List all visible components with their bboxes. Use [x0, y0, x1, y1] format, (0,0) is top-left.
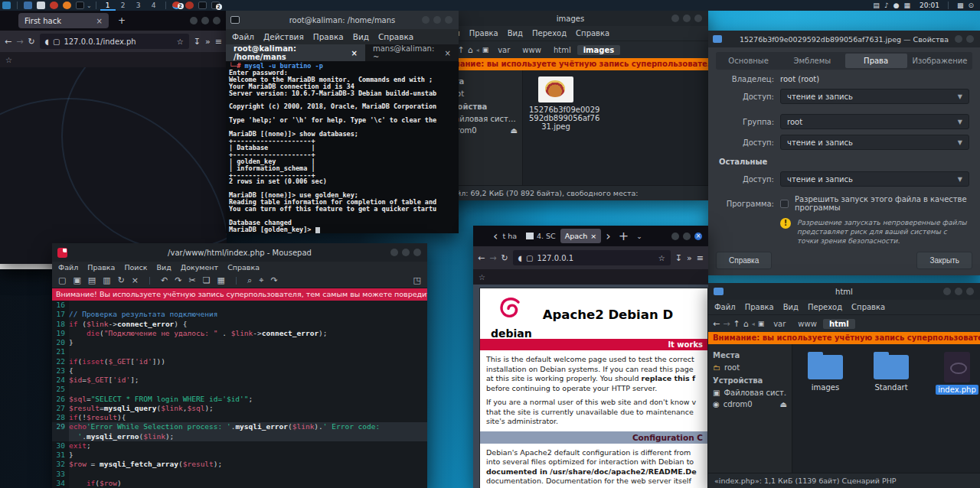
overflow-menu-icon[interactable]: »: [687, 253, 692, 263]
image-file-item[interactable]: 15276b3f09e0029 592db899056af76 31.jpeg: [529, 76, 583, 131]
group-access-select[interactable]: чтение и запись▼: [780, 135, 969, 150]
running-editor-icon[interactable]: 2: [211, 2, 220, 9]
back-button[interactable]: ←: [478, 253, 485, 263]
terminal-output[interactable]: └─# mysql -u buratino -pEnter password:W…: [226, 61, 459, 233]
close-button[interactable]: [445, 16, 452, 24]
workspace-3[interactable]: 3: [131, 0, 146, 11]
menu-item[interactable]: Справка: [576, 29, 609, 37]
bookmark-star-icon[interactable]: ☆: [658, 254, 665, 262]
reload-button[interactable]: ↻: [501, 253, 508, 263]
file-manager-icon[interactable]: [37, 2, 45, 9]
open-file-icon[interactable]: ▣: [73, 275, 80, 285]
tab-image[interactable]: Изображение: [909, 54, 971, 68]
menu-item[interactable]: Действия: [263, 32, 304, 41]
file-item-index-php[interactable]: index.php: [930, 350, 980, 395]
forward-icon[interactable]: →: [723, 319, 730, 329]
cut-icon[interactable]: ✂: [189, 275, 196, 285]
menu-item[interactable]: Справка: [227, 263, 260, 272]
menu-item[interactable]: Справка: [378, 32, 413, 41]
terminal-icon[interactable]: [76, 2, 84, 9]
menu-item[interactable]: Файл: [232, 32, 254, 41]
breadcrumb-item[interactable]: images: [577, 45, 621, 55]
menu-item[interactable]: Вид: [783, 303, 799, 311]
sidebar-item-cdrom[interactable]: ◉cdrom0⏏: [713, 399, 787, 410]
menu-item[interactable]: Переход: [808, 303, 842, 311]
breadcrumb-item[interactable]: www: [792, 319, 823, 329]
notifications-bell-icon[interactable]: ●: [893, 2, 900, 9]
eject-icon[interactable]: ⏏: [511, 126, 518, 135]
minimize-button[interactable]: [671, 233, 679, 240]
undo-icon[interactable]: ↶: [161, 275, 168, 285]
reload-button[interactable]: ↻: [28, 37, 34, 47]
reload-icon[interactable]: ↻: [118, 275, 125, 285]
menu-item[interactable]: Файл: [58, 263, 78, 272]
collapse-icon[interactable]: ◂: [476, 47, 479, 54]
save-as-icon[interactable]: ▥: [103, 275, 110, 285]
minimize-button[interactable]: [422, 16, 430, 24]
firefox-red-icon[interactable]: [50, 2, 58, 9]
menu-item[interactable]: Вид: [353, 32, 369, 41]
volume-icon[interactable]: ♪: [884, 2, 889, 9]
tab-permissions[interactable]: Права: [845, 54, 907, 68]
back-icon[interactable]: ←: [713, 319, 720, 329]
tab-apache[interactable]: Apach×: [560, 229, 602, 243]
close-tab-icon[interactable]: ×: [351, 49, 358, 57]
window-switcher-icon[interactable]: [24, 2, 32, 9]
tab-sql-tutorial[interactable]: 4. SC: [521, 229, 560, 243]
menu-item[interactable]: Файл: [714, 303, 736, 311]
eject-icon[interactable]: ⏏: [780, 400, 787, 408]
bookmark-star-icon[interactable]: ☆: [177, 37, 184, 46]
menu-item[interactable]: Правка: [745, 303, 774, 311]
others-access-select[interactable]: чтение и запись▼: [780, 171, 969, 187]
search-icon[interactable]: ⌕: [247, 275, 252, 285]
breadcrumb-item[interactable]: html: [547, 45, 577, 55]
menu-item[interactable]: Поиск: [124, 263, 147, 272]
title-bar[interactable]: root@kaliman: /home/mans: [226, 11, 459, 29]
tab-list-icon[interactable]: ⌄: [636, 233, 642, 240]
menu-item[interactable]: Правка: [469, 29, 498, 37]
clipboard-icon[interactable]: ▤: [873, 2, 880, 9]
help-button[interactable]: Справка: [716, 252, 772, 269]
paste-icon[interactable]: ▦: [217, 275, 225, 285]
up-icon[interactable]: ↑: [733, 319, 740, 329]
workspace-4[interactable]: 4: [146, 0, 162, 11]
chevron-down-icon[interactable]: ⌄: [87, 2, 92, 9]
close-tab-icon[interactable]: ×: [445, 49, 451, 57]
overflow-menu-icon[interactable]: »: [205, 37, 211, 47]
back-button[interactable]: ←: [5, 37, 11, 47]
collapse-icon[interactable]: ◂: [752, 320, 755, 327]
forward-button[interactable]: →: [16, 37, 23, 47]
url-bar[interactable]: ◖ ▢ 127.0.0.1 ☆: [513, 250, 671, 265]
workspace-2[interactable]: 2: [116, 0, 131, 11]
maximize-button[interactable]: [683, 233, 691, 240]
title-bar[interactable]: /var/www/html/index.php - Mousepad: [52, 243, 427, 262]
display-icon[interactable]: ▦: [903, 2, 910, 9]
hamburger-menu-icon[interactable]: ≡: [215, 37, 222, 47]
running-terminal-icon[interactable]: [198, 2, 207, 9]
tab-first-hack-partial[interactable]: t ha: [498, 229, 521, 243]
drive-icon[interactable]: ▣: [482, 46, 489, 54]
breadcrumb-item[interactable]: var: [767, 319, 792, 329]
page-info-icon[interactable]: ▢: [53, 37, 60, 46]
close-tab-icon[interactable]: ×: [590, 232, 596, 240]
go-to-line-icon[interactable]: ↷: [270, 275, 277, 285]
menu-item[interactable]: Переход: [532, 29, 567, 37]
home-icon[interactable]: ⌂: [743, 319, 749, 329]
url-bar[interactable]: ◖ ▢ 127.0.0.1/index.ph ☆: [40, 34, 189, 49]
owner-access-select[interactable]: чтение и запись▼: [780, 89, 969, 104]
menu-item[interactable]: Справка: [851, 303, 885, 311]
folder-item-images[interactable]: images: [799, 350, 852, 392]
sidebar-item-root[interactable]: 🗀root: [713, 362, 787, 373]
sidebar-item-filesystem[interactable]: ▣Файловая сист…: [713, 387, 787, 399]
drive-icon[interactable]: ▣: [758, 320, 765, 327]
new-tab-button[interactable]: +: [118, 15, 126, 26]
minimize-button[interactable]: [190, 17, 198, 24]
home-icon[interactable]: ⌂: [468, 45, 473, 55]
new-tab-button[interactable]: +: [619, 229, 629, 243]
downloads-icon[interactable]: ↧: [194, 37, 201, 47]
close-document-icon[interactable]: ×: [132, 275, 139, 285]
close-button[interactable]: [213, 17, 220, 24]
folder-item-standart[interactable]: Standart: [864, 350, 918, 392]
title-bar[interactable]: 15276b3f09e0029592db899056af7631.jpeg — …: [708, 31, 980, 47]
menu-item[interactable]: Вид: [157, 263, 172, 272]
